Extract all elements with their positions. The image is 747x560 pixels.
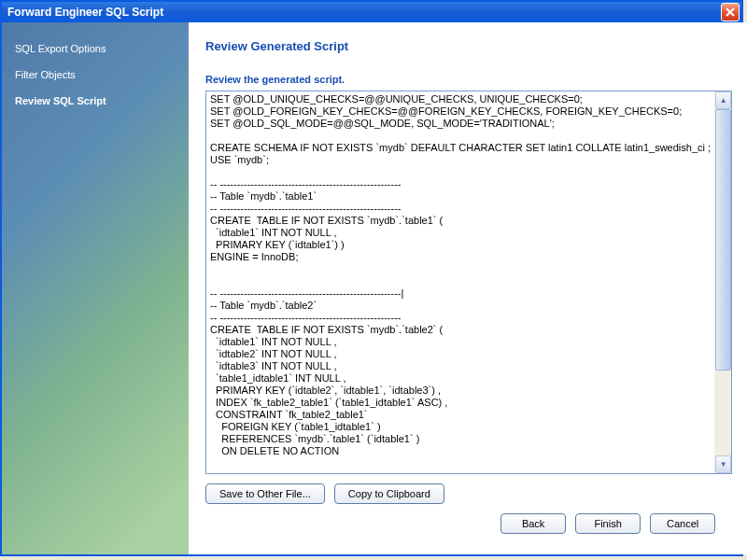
chevron-down-icon: ▼ [720,460,727,469]
vertical-scrollbar[interactable]: ▲ ▼ [714,91,731,473]
sidebar-item-label: Filter Objects [15,69,76,80]
sidebar-item-label: Review SQL Script [15,95,106,106]
sidebar-item-sql-export-options[interactable]: SQL Export Options [2,35,189,62]
wizard-window: Forward Engineer SQL Script SQL Export O… [0,0,743,556]
window-title: Forward Engineer SQL Script [7,6,163,19]
script-button-row: Save to Other File... Copy to Clipboard [205,474,732,504]
sidebar-item-filter-objects[interactable]: Filter Objects [2,62,189,88]
sidebar-item-review-sql-script[interactable]: Review SQL Script [2,88,189,114]
scrollbar-thumb[interactable] [715,109,731,371]
page-subheading: Review the generated script. [205,74,732,85]
titlebar[interactable]: Forward Engineer SQL Script [2,2,741,22]
finish-button[interactable]: Finish [575,513,641,534]
wizard-footer: Back Finish Cancel [205,504,732,545]
back-button[interactable]: Back [500,513,566,534]
save-to-file-button[interactable]: Save to Other File... [205,483,325,504]
script-container: SET @OLD_UNIQUE_CHECKS=@@UNIQUE_CHECKS, … [205,91,732,474]
sidebar: SQL Export Options Filter Objects Review… [2,22,189,554]
cancel-button[interactable]: Cancel [650,513,715,534]
script-textarea[interactable]: SET @OLD_UNIQUE_CHECKS=@@UNIQUE_CHECKS, … [206,91,714,473]
close-icon [726,7,735,17]
scroll-down-button[interactable]: ▼ [715,455,731,473]
close-button[interactable] [721,3,740,21]
sidebar-item-label: SQL Export Options [15,43,106,54]
wizard-body: SQL Export Options Filter Objects Review… [2,22,741,554]
chevron-up-icon: ▲ [720,96,727,105]
scroll-up-button[interactable]: ▲ [715,91,731,109]
scrollbar-track[interactable] [715,109,731,455]
page-heading: Review Generated Script [205,39,732,53]
copy-to-clipboard-button[interactable]: Copy to Clipboard [334,483,444,504]
main-panel: Review Generated Script Review the gener… [189,22,747,554]
